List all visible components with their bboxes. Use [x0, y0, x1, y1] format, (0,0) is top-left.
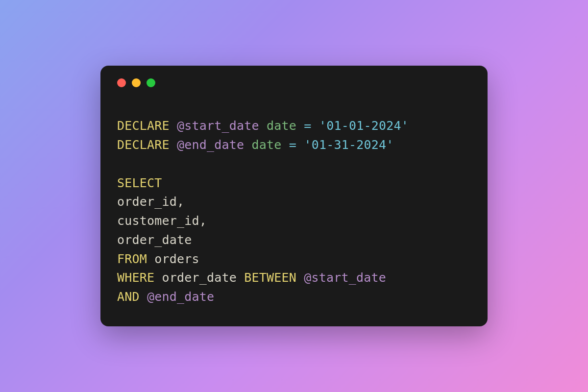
code-token [140, 290, 147, 304]
code-token [170, 119, 177, 133]
code-token: @end_date [147, 290, 214, 304]
code-token: WHERE [117, 270, 154, 285]
code-line: order_date [117, 231, 471, 250]
code-token: date [252, 138, 282, 152]
code-token [296, 119, 304, 133]
code-token: = [289, 138, 296, 152]
code-token [259, 119, 267, 133]
code-token [147, 252, 154, 266]
code-line: SELECT [117, 174, 471, 193]
code-block: DECLARE @start_date date = '01-01-2024'D… [117, 117, 471, 307]
code-token: = [304, 119, 311, 133]
code-line: FROM orders [117, 250, 471, 269]
code-line: DECLARE @start_date date = '01-01-2024' [117, 117, 471, 136]
code-token: '01-31-2024' [304, 138, 393, 152]
code-token: date [267, 119, 296, 133]
code-token [237, 270, 244, 285]
code-token [282, 138, 289, 152]
code-token: order_date [117, 233, 192, 247]
traffic-lights [117, 78, 471, 87]
code-line: order_id, [117, 193, 471, 212]
code-token: @start_date [177, 119, 259, 133]
code-token: order_id, [117, 195, 184, 209]
code-token [170, 138, 177, 152]
minimize-icon[interactable] [132, 78, 141, 87]
code-line: WHERE order_date BETWEEN @start_date [117, 269, 471, 288]
code-token: AND [117, 290, 140, 304]
code-token: customer_id, [117, 214, 207, 228]
code-token: DECLARE [117, 119, 170, 133]
code-token: order_date [162, 270, 237, 285]
code-window: DECLARE @start_date date = '01-01-2024'D… [100, 66, 488, 326]
code-token: '01-01-2024' [319, 119, 409, 133]
code-line: customer_id, [117, 212, 471, 231]
code-token [154, 270, 162, 285]
maximize-icon[interactable] [147, 78, 155, 87]
code-token [296, 138, 304, 152]
code-token: FROM [117, 252, 147, 266]
code-token: SELECT [117, 176, 162, 190]
close-icon[interactable] [117, 78, 126, 87]
code-line [117, 155, 471, 174]
code-token [296, 270, 304, 285]
code-token [312, 119, 319, 133]
code-line: AND @end_date [117, 288, 471, 307]
code-token: @start_date [304, 270, 386, 285]
code-token: BETWEEN [244, 270, 296, 285]
code-token: @end_date [177, 138, 244, 152]
code-token: DECLARE [117, 138, 170, 152]
code-token: orders [154, 252, 199, 266]
code-line: DECLARE @end_date date = '01-31-2024' [117, 136, 471, 155]
code-token [244, 138, 251, 152]
